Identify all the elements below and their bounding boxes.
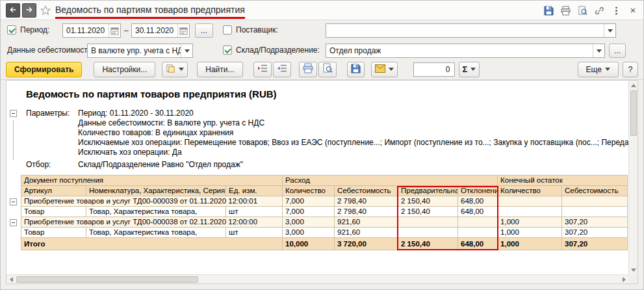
supplier-combobox[interactable] (326, 23, 616, 38)
forward-button[interactable] (22, 3, 36, 18)
autosum-value-field[interactable]: 0 (413, 62, 455, 77)
favorite-star-icon[interactable] (40, 5, 51, 16)
column-header: Себестоимость (562, 186, 628, 196)
app-window: Ведомость по партиям товаров предприятия… (0, 0, 644, 290)
collapse-toggle-icon[interactable] (10, 198, 17, 205)
column-header: Количество (498, 186, 562, 196)
supplier-checkbox[interactable]: Поставщик: (223, 25, 278, 34)
period-more-button[interactable]: ... (195, 23, 213, 38)
expand-groups-button[interactable] (273, 62, 291, 77)
calendar-icon[interactable] (109, 24, 120, 37)
cell: 2 150,40 (398, 207, 458, 217)
help-button[interactable]: ? (623, 62, 638, 77)
cell (458, 217, 498, 228)
item-row[interactable]: ТоварТовар, Характеристика товара,шт7,00… (21, 207, 628, 217)
cell (398, 228, 458, 238)
back-button[interactable] (6, 3, 20, 18)
period-to-input[interactable]: 30.11.2020 (131, 23, 190, 38)
cell (562, 196, 628, 207)
floppy-icon (351, 64, 361, 75)
report-content: Ведомость по партиям товаров предприятия… (6, 81, 628, 274)
vertical-scroll-thumb[interactable] (630, 90, 637, 136)
cell (498, 196, 562, 207)
cost-data-combobox[interactable]: В валюте упр. учета с НДС (87, 44, 193, 58)
parameter-line: Данные себестоимости: В валюте упр. учет… (78, 118, 628, 128)
collapse-toggle-icon[interactable] (10, 219, 17, 226)
arrow-left-icon (8, 5, 18, 16)
print-button[interactable] (299, 62, 317, 77)
parameter-line: Период: 01.11.2020 - 30.11.2020 (78, 109, 628, 118)
collapse-groups-button[interactable] (253, 62, 272, 77)
cell: 307,20 (562, 238, 628, 250)
cell: 921,60 (335, 228, 398, 238)
cell: 2 150,40 (398, 196, 458, 207)
report-toolbar: Сформировать Настройки... Найти... (1, 59, 643, 80)
more-menu-icon[interactable] (611, 5, 621, 16)
cell: 3,000 (283, 228, 335, 238)
cell: 921,60 (335, 217, 398, 228)
scrollbar-corner (628, 274, 638, 283)
column-group-header: Документ поступления (21, 176, 283, 186)
vertical-scrollbar (628, 81, 638, 274)
scroll-right-arrow[interactable] (619, 275, 628, 284)
save-report-button[interactable] (347, 62, 365, 77)
chevron-down-icon[interactable] (181, 44, 192, 57)
find-button[interactable]: Найти... (197, 62, 242, 77)
close-icon[interactable]: × (628, 5, 638, 16)
grouping-line (13, 120, 14, 160)
settings-button[interactable]: Настройки... (94, 62, 155, 77)
period-checkbox[interactable]: Период: (7, 25, 49, 34)
checkbox-checked-icon (7, 25, 16, 34)
parameter-line: Исключать хоз операции: Да (78, 148, 628, 157)
parameter-line: Исключаемые хоз операции: Перемещение то… (78, 138, 628, 148)
print-preview-button[interactable] (318, 62, 337, 77)
calendar-icon[interactable] (177, 24, 189, 37)
cell: 307,20 (562, 217, 628, 228)
cell: 7,000 (283, 207, 335, 217)
report-table-body: Приобретение товаров и услуг ТД00-000039… (21, 196, 628, 250)
column-group-header: Расход (283, 176, 498, 186)
warehouse-checkbox[interactable]: Склад/Подразделение: (223, 46, 320, 55)
warehouse-more-button[interactable]: ... (609, 44, 626, 58)
cell: 2 798,40 (335, 207, 398, 217)
column-header: Ед. изм. (226, 186, 283, 196)
cell: 7,000 (283, 196, 335, 207)
filter-panel: Период: 01.11.2020 – 30.11.2020 ... Пост… (1, 20, 643, 59)
horizontal-scroll-thumb[interactable] (16, 276, 198, 283)
cell (398, 217, 458, 228)
total-row[interactable]: Итого10,0003 720,002 150,40648,001,00030… (21, 238, 628, 250)
cell: Приобретение товаров и услуг ТД00-000038… (21, 217, 283, 228)
warehouse-combobox[interactable]: Отдел продаж (326, 44, 605, 58)
column-header: Номенклатура, Характеристика, Серия (86, 186, 226, 196)
autosum-button[interactable]: Σ (459, 62, 480, 77)
collapse-toggle-icon[interactable] (10, 110, 17, 117)
printer-icon (303, 63, 313, 75)
report-table-head: Документ поступленияРасходКонечный остат… (21, 176, 628, 196)
send-email-button[interactable] (371, 62, 398, 77)
chevron-down-icon[interactable] (593, 44, 604, 57)
preview-icon[interactable] (577, 5, 587, 16)
cell: Итого (21, 238, 283, 250)
cell: 10,000 (283, 238, 335, 250)
collapse-groups-icon (257, 64, 268, 75)
cell: Приобретение товаров и услуг ТД00-000039… (21, 196, 283, 207)
group-row[interactable]: Приобретение товаров и услуг ТД00-000038… (21, 217, 628, 228)
item-row[interactable]: ТоварТовар, Характеристика товара,шт3,00… (21, 228, 628, 238)
group-row[interactable]: Приобретение товаров и услуг ТД00-000039… (21, 196, 628, 207)
checkbox-unchecked-icon (223, 25, 232, 34)
scroll-left-arrow[interactable] (6, 275, 16, 284)
warehouse-label: Склад/Подразделение: (236, 46, 320, 55)
report-variants-button[interactable] (162, 62, 188, 77)
cell: Товар, Характеристика товара, (86, 207, 226, 217)
scroll-up-arrow[interactable] (629, 81, 638, 90)
chevron-down-icon[interactable] (604, 24, 615, 37)
cell: 3,000 (283, 217, 335, 228)
scroll-down-arrow[interactable] (629, 265, 638, 274)
more-actions-button[interactable]: Еще (578, 62, 619, 77)
save-icon[interactable] (543, 5, 554, 16)
print-icon[interactable] (560, 5, 571, 16)
period-from-input[interactable]: 01.11.2020 (62, 23, 121, 38)
link-icon[interactable] (594, 5, 604, 16)
generate-button[interactable]: Сформировать (6, 62, 82, 77)
cost-data-label: Данные себестоимости: (7, 46, 94, 55)
